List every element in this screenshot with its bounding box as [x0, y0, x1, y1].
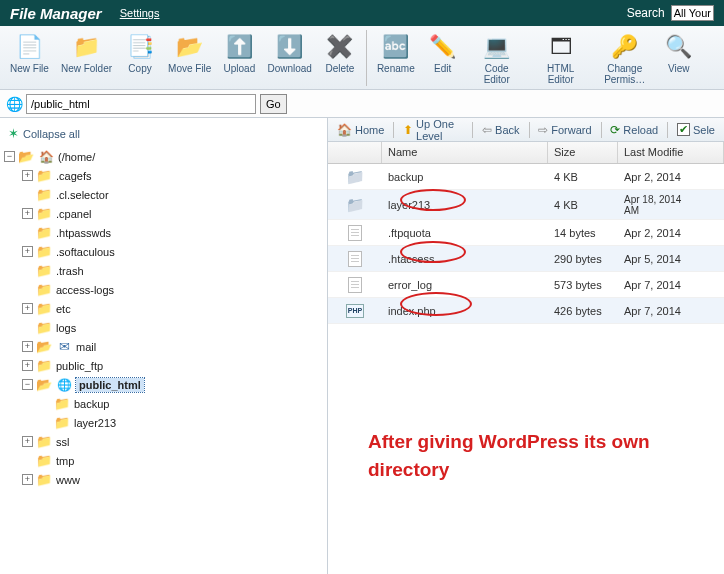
- key-icon: 🔑: [611, 33, 639, 61]
- reload-icon: ⟳: [610, 123, 620, 137]
- col-icon[interactable]: [328, 142, 382, 163]
- toggle-icon[interactable]: +: [22, 474, 33, 485]
- nav-forward-button[interactable]: ⇨Forward: [533, 122, 596, 138]
- table-row[interactable]: .htaccess290 bytesApr 5, 2014: [328, 246, 724, 272]
- html-icon: 🗔: [547, 33, 575, 61]
- tree-item-label: .trash: [56, 265, 84, 277]
- toggle-icon: [22, 455, 33, 466]
- tree-item-label: mail: [76, 341, 96, 353]
- upload-icon: ⬆️: [225, 33, 253, 61]
- tree-item[interactable]: access-logs: [22, 280, 323, 299]
- tree-item-label: public_ftp: [56, 360, 103, 372]
- tree-item-label: access-logs: [56, 284, 114, 296]
- toggle-icon[interactable]: +: [22, 436, 33, 447]
- table-row[interactable]: error_log573 bytesApr 7, 2014: [328, 272, 724, 298]
- folder-icon: [36, 169, 52, 183]
- tree-item[interactable]: +.softaculous: [22, 242, 323, 261]
- path-input[interactable]: [26, 94, 256, 114]
- toggle-icon[interactable]: +: [22, 303, 33, 314]
- folder-open-icon: [36, 378, 52, 392]
- folder-icon: [36, 454, 52, 468]
- rename-button[interactable]: 🔤Rename: [371, 30, 421, 85]
- folder-open-icon: [36, 340, 52, 354]
- table-row[interactable]: PHPindex.php426 bytesApr 7, 2014: [328, 298, 724, 324]
- tree-item[interactable]: backup: [40, 394, 323, 413]
- checkbox-checked-icon: ✔: [677, 123, 690, 136]
- tree-item-label: ssl: [56, 436, 69, 448]
- path-bar: 🌐 Go: [0, 90, 724, 118]
- tree-item[interactable]: +.cpanel: [22, 204, 323, 223]
- cell-modified: Apr 2, 2014: [618, 227, 724, 239]
- folder-icon: [36, 226, 52, 240]
- tree-item[interactable]: logs: [22, 318, 323, 337]
- code-editor-button[interactable]: 💻Code Editor: [465, 30, 529, 85]
- tree-item[interactable]: +ssl: [22, 432, 323, 451]
- nav-select-all-button[interactable]: ✔Sele: [672, 122, 720, 137]
- collapse-all-button[interactable]: ✶ Collapse all: [8, 126, 323, 141]
- cell-size: 426 bytes: [548, 305, 618, 317]
- tree-item[interactable]: +etc: [22, 299, 323, 318]
- toggle-icon[interactable]: −: [4, 151, 15, 162]
- search-scope-select[interactable]: All Your: [671, 5, 714, 21]
- tree-item[interactable]: +mail: [22, 337, 323, 356]
- magnifier-icon: 🔍: [665, 33, 693, 61]
- app-header: File Manager Settings Search All Your: [0, 0, 724, 26]
- nav-up-button[interactable]: ⬆Up One Level: [398, 117, 468, 143]
- edit-button[interactable]: ✏️Edit: [421, 30, 465, 85]
- tree-item[interactable]: +.cagefs: [22, 166, 323, 185]
- toggle-icon[interactable]: +: [22, 208, 33, 219]
- cell-size: 4 KB: [548, 199, 618, 211]
- move-file-button[interactable]: 📂Move File: [162, 30, 217, 74]
- cell-name: index.php: [382, 305, 548, 317]
- folder-icon: [36, 264, 52, 278]
- main-toolbar: 📄New File 📁New Folder 📑Copy 📂Move File ⬆…: [0, 26, 724, 90]
- nav-home-button[interactable]: 🏠Home: [332, 122, 389, 138]
- col-modified[interactable]: Last Modifie: [618, 142, 724, 163]
- folder-icon: [36, 435, 52, 449]
- folder-open-icon: [18, 150, 34, 164]
- tree-item-label: logs: [56, 322, 76, 334]
- col-name[interactable]: Name: [382, 142, 548, 163]
- toggle-icon[interactable]: +: [22, 341, 33, 352]
- tree-item-label: .cpanel: [56, 208, 91, 220]
- folder-tree: ✶ Collapse all − (/home/ +.cagefs.cl.sel…: [0, 118, 328, 574]
- tree-item[interactable]: .htpasswds: [22, 223, 323, 242]
- globe-icon: [56, 378, 72, 392]
- php-icon: PHP: [346, 304, 364, 318]
- cell-name: .htaccess: [382, 253, 548, 265]
- nav-back-button[interactable]: ⇦Back: [477, 122, 524, 138]
- nav-reload-button[interactable]: ⟳Reload: [605, 122, 663, 138]
- tree-item[interactable]: layer213: [40, 413, 323, 432]
- download-button[interactable]: ⬇️Download: [261, 30, 317, 74]
- toggle-icon[interactable]: +: [22, 170, 33, 181]
- tree-item[interactable]: tmp: [22, 451, 323, 470]
- go-button[interactable]: Go: [260, 94, 287, 114]
- new-folder-button[interactable]: 📁New Folder: [55, 30, 118, 74]
- table-row[interactable]: .ftpquota14 bytesApr 2, 2014: [328, 220, 724, 246]
- change-perms-button[interactable]: 🔑Change Permis…: [593, 30, 657, 85]
- tree-item[interactable]: .cl.selector: [22, 185, 323, 204]
- toggle-icon[interactable]: −: [22, 379, 33, 390]
- copy-button[interactable]: 📑Copy: [118, 30, 162, 74]
- up-arrow-icon: ⬆: [403, 123, 413, 137]
- col-size[interactable]: Size: [548, 142, 618, 163]
- tree-item[interactable]: −public_html: [22, 375, 323, 394]
- tree-root[interactable]: − (/home/: [4, 147, 323, 166]
- tree-item[interactable]: .trash: [22, 261, 323, 280]
- view-button[interactable]: 🔍View: [657, 30, 701, 85]
- tree-item[interactable]: +www: [22, 470, 323, 489]
- toggle-icon: [40, 398, 51, 409]
- pencil-icon: ✏️: [429, 33, 457, 61]
- settings-link[interactable]: Settings: [120, 7, 160, 19]
- file-navbar: 🏠Home ⬆Up One Level ⇦Back ⇨Forward ⟳Relo…: [328, 118, 724, 142]
- tree-item[interactable]: +public_ftp: [22, 356, 323, 375]
- delete-button[interactable]: ✖️Delete: [318, 30, 362, 74]
- table-row[interactable]: layer2134 KBApr 18, 2014AM: [328, 190, 724, 220]
- toggle-icon[interactable]: +: [22, 246, 33, 257]
- new-file-button[interactable]: 📄New File: [4, 30, 55, 74]
- table-row[interactable]: backup4 KBApr 2, 2014: [328, 164, 724, 190]
- toggle-icon: [22, 227, 33, 238]
- toggle-icon[interactable]: +: [22, 360, 33, 371]
- upload-button[interactable]: ⬆️Upload: [217, 30, 261, 74]
- html-editor-button[interactable]: 🗔HTML Editor: [529, 30, 593, 85]
